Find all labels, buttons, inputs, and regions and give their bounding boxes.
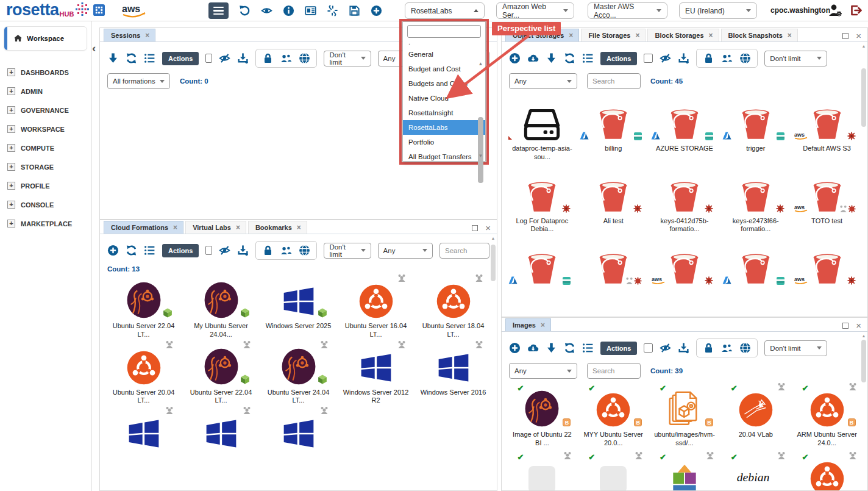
expand-plus-icon[interactable]: +: [7, 144, 15, 152]
menu-button[interactable]: [208, 2, 229, 19]
scroll-up-icon[interactable]: ▲: [861, 334, 866, 339]
globe-icon[interactable]: [299, 52, 310, 64]
expand-plus-icon[interactable]: +: [7, 68, 15, 76]
expand-plus-icon[interactable]: +: [7, 106, 15, 114]
list-icon[interactable]: [582, 342, 594, 354]
sidebar-collapse-icon[interactable]: ‹: [92, 41, 96, 55]
dropdown-item[interactable]: Portfolio: [403, 135, 485, 149]
provider-select[interactable]: Amazon Web Ser...: [496, 2, 574, 19]
globe-icon[interactable]: [299, 245, 310, 256]
globe-icon[interactable]: [739, 342, 751, 354]
expand-plus-icon[interactable]: +: [7, 125, 15, 133]
close-panel-icon[interactable]: ×: [856, 33, 861, 39]
dropdown-item[interactable]: General: [403, 47, 485, 62]
broken-link-icon[interactable]: [327, 5, 338, 16]
sidebar-item-dashboards[interactable]: +DASHBOARDS: [0, 63, 91, 82]
logout-icon[interactable]: [850, 4, 862, 16]
users-icon[interactable]: [280, 245, 292, 256]
close-tab-icon[interactable]: ×: [297, 224, 301, 231]
search-input[interactable]: [587, 73, 641, 89]
storage-item[interactable]: [720, 247, 791, 289]
sidebar-item-storage[interactable]: +STORAGE: [0, 157, 91, 176]
storage-item[interactable]: aws: [649, 247, 720, 289]
cloud-down-icon[interactable]: [527, 52, 539, 64]
formation-item[interactable]: Ubuntu Server 18.04 LT...: [414, 280, 492, 339]
dropdown-item[interactable]: Budget and Cost: [403, 62, 485, 76]
formation-item[interactable]: My Ubuntu Server 24.04...: [182, 280, 260, 339]
list-icon[interactable]: [144, 245, 155, 256]
formation-item[interactable]: Ubuntu Server 24.04 LT...: [260, 346, 337, 406]
close-tab-icon[interactable]: ×: [635, 32, 639, 38]
plus-icon[interactable]: [509, 342, 521, 354]
image-item[interactable]: ✔Bubuntu/images/hvm-ssd/...: [649, 389, 720, 448]
dropdown-item[interactable]: RosettaInsight: [403, 106, 485, 120]
account-select[interactable]: Master AWS Acco...: [588, 2, 667, 19]
scrollbar-thumb[interactable]: [861, 68, 866, 127]
formation-item[interactable]: Ubuntu Server 16.04 LT...: [337, 280, 414, 339]
scrollbar-thumb[interactable]: [478, 117, 483, 183]
dropdown-search-input[interactable]: [407, 25, 481, 38]
type-filter-select[interactable]: Any: [509, 73, 577, 89]
image-item[interactable]: ✔BImage of Ubuntu 22 BI ...: [507, 389, 578, 448]
expand-plus-icon[interactable]: +: [7, 220, 15, 228]
plus-icon[interactable]: [107, 245, 119, 256]
eye-slash-icon[interactable]: [219, 52, 230, 64]
expand-plus-icon[interactable]: +: [7, 201, 15, 209]
import-icon[interactable]: [237, 52, 249, 64]
tab-sessions[interactable]: Sessions×: [104, 29, 155, 41]
search-input[interactable]: [587, 363, 641, 379]
close-tab-icon[interactable]: ×: [709, 32, 713, 38]
users-icon[interactable]: [721, 52, 733, 64]
maximize-icon[interactable]: [842, 323, 848, 329]
dropdown-item[interactable]: Budgets and Costs: [403, 76, 485, 91]
close-tab-icon[interactable]: ×: [173, 224, 177, 231]
close-panel-icon[interactable]: ×: [485, 225, 491, 231]
formation-filter-select[interactable]: All formations: [107, 73, 170, 89]
type-filter-select[interactable]: Any: [378, 243, 433, 259]
storage-item[interactable]: aws: [791, 247, 863, 289]
sidebar-item-marketplace[interactable]: +MARKETPLACE: [0, 214, 91, 233]
image-item[interactable]: ✔: [649, 457, 720, 491]
panel-scrollbar[interactable]: ▲: [861, 44, 867, 315]
search-input[interactable]: [439, 243, 489, 259]
lock-icon[interactable]: [262, 52, 274, 64]
select-all-checkbox[interactable]: [205, 246, 212, 255]
storage-item[interactable]: Log For Dataproc Debia...: [507, 175, 578, 234]
sidebar-item-admin[interactable]: +ADMIN: [0, 82, 91, 101]
limit-select[interactable]: Don't limit: [764, 340, 827, 356]
image-item[interactable]: ✔20.04 VLab: [720, 389, 791, 448]
dropdown-item-partial[interactable]: .: [403, 39, 485, 47]
user-settings-icon[interactable]: [828, 4, 842, 17]
eye-slash-icon[interactable]: [660, 52, 671, 64]
maximize-icon[interactable]: [472, 225, 478, 231]
scrollbar-thumb[interactable]: [861, 340, 866, 382]
close-panel-icon[interactable]: ×: [856, 323, 861, 329]
tab-images[interactable]: Images×: [505, 318, 551, 331]
sidebar-item-profile[interactable]: +PROFILE: [0, 176, 91, 195]
dropdown-scrollbar[interactable]: ▲ ▼: [477, 61, 484, 159]
formation-item[interactable]: Windows Server 2025: [260, 280, 337, 339]
storage-item[interactable]: [578, 247, 649, 289]
perspective-select[interactable]: RosettaLabs: [405, 2, 485, 19]
formation-item[interactable]: Windows Server 2016: [414, 346, 492, 406]
storage-item[interactable]: trigger: [720, 102, 791, 162]
limit-select[interactable]: Don't limit: [324, 51, 371, 66]
close-tab-icon[interactable]: ×: [541, 322, 545, 328]
storage-item[interactable]: billing: [578, 102, 649, 162]
refresh-icon[interactable]: [126, 52, 137, 64]
arrow-down-icon[interactable]: [546, 342, 557, 354]
expand-plus-icon[interactable]: +: [7, 87, 15, 95]
select-all-checkbox[interactable]: [205, 54, 212, 63]
storage-item[interactable]: AZURE STORAGE: [649, 102, 720, 162]
refresh-icon[interactable]: [564, 342, 575, 354]
formation-item[interactable]: [105, 412, 182, 454]
lock-icon[interactable]: [703, 52, 714, 64]
actions-button[interactable]: Actions: [162, 52, 199, 65]
dropdown-item[interactable]: All Budget Transfers: [403, 149, 485, 164]
limit-select[interactable]: Don't limit: [324, 243, 371, 259]
expand-plus-icon[interactable]: +: [7, 163, 15, 171]
news-card-icon[interactable]: [305, 5, 316, 16]
close-tab-icon[interactable]: ×: [569, 32, 573, 38]
dropdown-item[interactable]: Native Cloud: [403, 91, 485, 106]
actions-button[interactable]: Actions: [600, 342, 637, 355]
